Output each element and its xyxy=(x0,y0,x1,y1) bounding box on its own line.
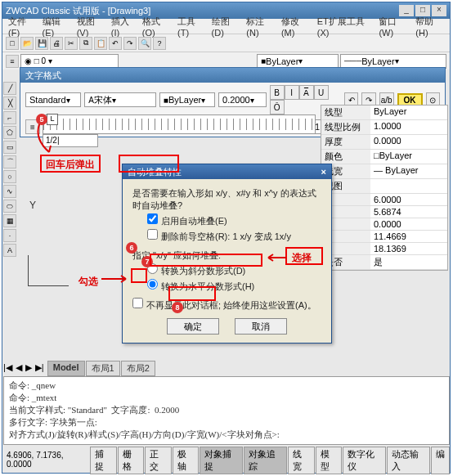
cut-icon[interactable]: ✂ xyxy=(65,37,78,50)
prop-value[interactable]: 18.1369 xyxy=(370,243,447,254)
point-icon[interactable]: · xyxy=(3,229,16,242)
spline-icon[interactable]: ∿ xyxy=(3,185,16,198)
save-icon[interactable]: 💾 xyxy=(35,37,48,50)
menu-item[interactable]: 帮助(H) xyxy=(413,16,446,38)
menu-item[interactable]: 编辑(E) xyxy=(40,16,73,38)
prop-value[interactable]: 5.6874 xyxy=(370,206,447,218)
prop-value[interactable]: □ByLayer xyxy=(370,150,447,164)
menu-item[interactable]: 绘图(D) xyxy=(209,16,243,38)
menu-item[interactable]: 插入(I) xyxy=(109,16,138,38)
cancel-button[interactable]: 取消 xyxy=(235,318,287,335)
menu-item[interactable]: 窗口(W) xyxy=(376,16,411,38)
anno-popup-text: 回车后弹出 xyxy=(46,158,95,172)
text-dialog-title: 文字格式 xyxy=(20,68,445,83)
font-combo[interactable]: A 宋体 ▾ xyxy=(84,92,156,107)
format-u-button[interactable]: U xyxy=(314,85,329,100)
font-size[interactable]: 0.2000 ▾ xyxy=(218,92,267,107)
command-window[interactable]: 命令: _qnew 命令: _mtext 当前文字样式: "Standard" … xyxy=(3,376,450,445)
status-toggle[interactable]: 对象捕捉 xyxy=(200,447,243,474)
undo-icon[interactable]: ↶ xyxy=(109,37,122,50)
status-toggle[interactable]: 数字化仪 xyxy=(343,447,386,474)
ellipse-icon[interactable]: ⬭ xyxy=(3,200,16,213)
menu-item[interactable]: 文件(F) xyxy=(6,16,38,38)
copy-icon[interactable]: ⧉ xyxy=(79,37,92,50)
status-toggle[interactable]: 模型 xyxy=(316,447,342,474)
status-toggle[interactable]: 正交 xyxy=(145,447,171,474)
format-a̅-button[interactable]: A̅ xyxy=(299,85,314,100)
layout-tab[interactable]: Model xyxy=(47,361,85,376)
horizontal-radio[interactable] xyxy=(147,279,158,290)
model-tabs: Model布局1布局2 xyxy=(47,361,155,376)
anno-check-text: 勾选 xyxy=(78,275,98,289)
status-toggle[interactable]: 动态输入 xyxy=(387,447,430,474)
menu-item[interactable]: ET扩展工具(X) xyxy=(315,16,375,38)
circle-icon[interactable]: ○ xyxy=(3,170,16,183)
line-icon[interactable]: ╱ xyxy=(3,82,16,95)
status-toggle[interactable]: 捕捉 xyxy=(90,447,116,474)
anno-ok-box xyxy=(168,286,216,301)
polygon-icon[interactable]: ⬠ xyxy=(3,126,16,139)
color-combo[interactable]: ■ ByLayer ▾ xyxy=(257,54,339,69)
menu-item[interactable]: 工具(T) xyxy=(175,16,208,38)
help-icon[interactable]: ? xyxy=(153,37,166,50)
redo-icon[interactable]: ↷ xyxy=(123,37,137,50)
paste-icon[interactable]: 📋 xyxy=(94,37,107,50)
prop-value[interactable]: — ByLayer xyxy=(370,164,447,178)
ruler[interactable]: L xyxy=(43,115,316,134)
anno-radio-box xyxy=(150,254,262,267)
enable-autostack-checkbox[interactable] xyxy=(147,213,158,224)
prop-value[interactable]: 是 xyxy=(370,255,447,269)
layer-icon[interactable]: ≡ xyxy=(6,55,19,68)
text-icon[interactable]: A xyxy=(3,244,16,257)
status-toggle[interactable]: 极轴 xyxy=(173,447,199,474)
prop-value[interactable]: 6.0000 xyxy=(370,194,447,205)
layer-combo[interactable]: ◉ □ 0 ▾ xyxy=(20,54,119,69)
prop-value[interactable]: 1.0000 xyxy=(370,120,447,134)
format-b-button[interactable]: B xyxy=(270,85,285,100)
open-icon[interactable]: 📂 xyxy=(20,37,34,50)
nav-next-icon[interactable]: ▶ xyxy=(25,362,32,373)
prop-value[interactable]: 0.0000 xyxy=(370,218,447,230)
menu-item[interactable]: 标注(N) xyxy=(244,16,277,38)
marker-8: 8 xyxy=(172,302,183,313)
prop-value[interactable]: 0.0000 xyxy=(370,135,447,149)
nav-end-icon[interactable]: ▶| xyxy=(35,362,44,373)
menu-item[interactable]: 视图(V) xyxy=(74,16,107,38)
layout-tab[interactable]: 布局1 xyxy=(86,361,120,376)
xline-icon[interactable]: ╳ xyxy=(3,97,16,110)
status-bar: 捕捉栅格正交极轴对象捕捉对象追踪线宽模型数字化仪动态输入编 xyxy=(90,447,450,474)
format-ō-button[interactable]: Ō xyxy=(270,100,285,115)
print-icon[interactable]: 🖨 xyxy=(50,37,63,50)
prop-value[interactable]: 11.4669 xyxy=(370,231,447,242)
status-toggle[interactable]: 编 xyxy=(431,447,450,474)
menu-item[interactable]: 格式(O) xyxy=(140,16,173,38)
confirm-button[interactable]: 确定 xyxy=(167,318,219,335)
status-toggle[interactable]: 栅格 xyxy=(118,447,144,474)
anno-select-text: 选择 xyxy=(292,251,312,265)
close-icon[interactable]: × xyxy=(321,167,326,177)
prop-value[interactable]: ByLayer xyxy=(370,106,447,119)
arc-icon[interactable]: ⌒ xyxy=(3,155,16,168)
font-color-combo[interactable]: ■ ByLayer ▾ xyxy=(159,92,215,107)
status-toggle[interactable]: 对象追踪 xyxy=(244,447,287,474)
left-toolbar: ╱ ╳ ⌐ ⬠ ▭ ⌒ ○ ∿ ⬭ ▦ · A xyxy=(3,82,18,257)
nav-prev-icon[interactable]: ◀ xyxy=(16,362,22,373)
prop-key: 线型比例 xyxy=(321,120,370,134)
layout-tab[interactable]: 布局2 xyxy=(121,361,155,376)
dont-show-checkbox[interactable] xyxy=(132,298,143,308)
format-i-button[interactable]: I xyxy=(285,85,299,100)
new-icon[interactable]: □ xyxy=(6,37,19,50)
linetype-combo[interactable]: ─── ByLayer ▾ xyxy=(340,54,446,69)
menu-item[interactable]: 修改(M) xyxy=(279,16,313,38)
remove-space-checkbox[interactable] xyxy=(147,229,158,240)
zoom-icon[interactable]: 🔍 xyxy=(138,37,151,50)
status-toggle[interactable]: 线宽 xyxy=(288,447,314,474)
hatch-icon[interactable]: ▦ xyxy=(3,214,16,227)
nav-start-icon[interactable]: |◀ xyxy=(3,362,12,373)
rect-icon[interactable]: ▭ xyxy=(3,141,16,154)
prop-value[interactable] xyxy=(370,179,447,193)
anno-check-box xyxy=(131,268,147,283)
style-combo[interactable]: Standard ▾ xyxy=(25,92,81,107)
pline-icon[interactable]: ⌐ xyxy=(3,111,16,124)
properties-panel: 线型ByLayer线型比例1.0000厚度0.0000颜色□ByLayer线宽—… xyxy=(321,105,448,271)
